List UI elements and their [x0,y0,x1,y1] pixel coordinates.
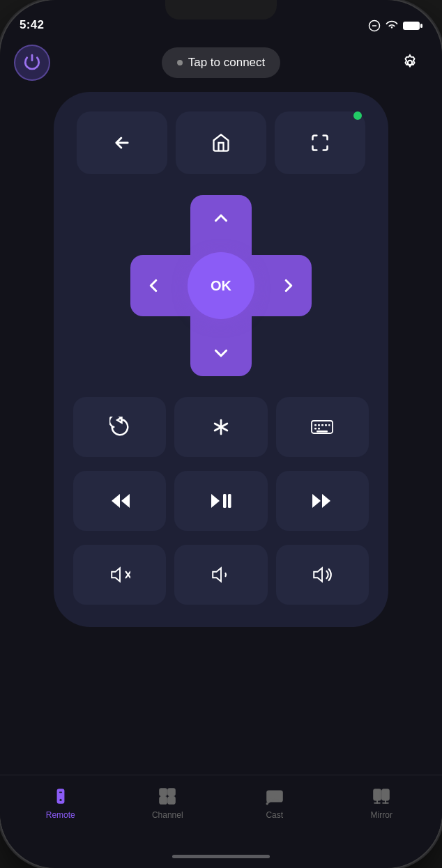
action-grid-2 [73,471,369,531]
replay-icon [109,417,130,437]
chevron-up-icon [211,208,231,228]
back-icon [112,133,132,153]
svg-rect-16 [317,431,328,433]
svg-rect-31 [160,797,167,804]
svg-rect-9 [314,424,317,426]
top-bar: Tap to connect [0,38,442,92]
volume-down-btn[interactable] [174,545,267,605]
connect-status-dot [177,60,183,65]
rewind-icon [109,491,131,511]
svg-marker-19 [211,494,220,508]
fast-forward-button[interactable] [276,471,369,531]
channel-tab-icon [158,786,177,806]
svg-rect-13 [328,424,330,426]
notification-icon [368,20,381,32]
channel-tab-label: Channel [152,810,183,820]
options-button[interactable] [174,397,267,457]
fullscreen-icon [310,133,330,153]
mirror-tab-icon [372,786,391,806]
svg-marker-17 [112,494,120,508]
svg-rect-35 [374,789,381,800]
connect-text: Tap to connect [188,56,266,70]
svg-rect-10 [318,424,320,426]
settings-button[interactable] [392,45,428,81]
svg-rect-12 [325,424,327,426]
chevron-left-icon [143,275,164,296]
tab-mirror[interactable]: Mirror [328,784,436,820]
ok-label: OK [211,278,231,294]
cast-tab-icon [265,786,284,806]
dpad-container: OK [123,188,319,383]
wifi-icon [385,20,399,31]
connect-pill[interactable]: Tap to connect [162,47,281,78]
svg-rect-32 [168,797,175,804]
svg-rect-2 [403,22,420,30]
play-pause-button[interactable] [174,471,267,531]
svg-marker-22 [312,494,321,508]
gear-icon [401,54,419,72]
dpad: OK [130,195,312,376]
back-button[interactable] [77,111,167,174]
chevron-down-icon [211,343,231,364]
volume-up-btn[interactable] [276,545,369,605]
connected-indicator [353,111,362,120]
battery-icon [403,20,422,31]
svg-rect-20 [223,494,227,508]
rewind-button[interactable] [73,471,166,531]
remote-tab-label: Remote [46,810,75,820]
svg-rect-3 [420,24,422,28]
mute-button[interactable] [73,545,166,605]
replay-button[interactable] [73,397,166,457]
svg-marker-18 [121,494,130,508]
mirror-tab-label: Mirror [371,810,393,820]
volume-up-icon [312,565,333,584]
mute-icon [109,565,130,584]
fullscreen-button[interactable] [275,111,365,174]
home-icon [211,133,231,153]
svg-rect-14 [314,428,317,430]
svg-rect-11 [321,424,323,426]
svg-rect-28 [59,792,62,793]
play-pause-icon [210,491,232,511]
cast-tab-label: Cast [266,810,283,820]
tab-bar: Remote Channel [0,775,442,844]
svg-rect-15 [318,428,320,430]
home-bar [172,855,270,858]
home-indicator [0,844,442,868]
volume-down-icon [211,565,231,584]
nav-row [73,111,369,174]
tab-cast[interactable]: Cast [221,784,328,820]
svg-rect-30 [168,789,175,796]
remote-tab-icon [51,786,70,806]
svg-rect-26 [56,789,64,804]
asterisk-icon [211,417,231,437]
keyboard-icon [311,419,333,435]
svg-point-34 [266,803,268,805]
action-grid-3 [73,545,369,605]
power-icon [23,54,41,72]
tab-remote[interactable]: Remote [7,784,114,820]
keyboard-button[interactable] [276,397,369,457]
svg-rect-21 [228,494,231,508]
status-icons [368,20,422,32]
screen: 5:42 [0,0,442,868]
tab-channel[interactable]: Channel [114,784,222,820]
home-button[interactable] [176,111,266,174]
chevron-right-icon [278,275,299,296]
ok-button[interactable]: OK [188,252,254,319]
remote-panel: OK [54,92,388,627]
power-button[interactable] [14,45,50,81]
phone-frame: 5:42 [0,0,442,868]
svg-rect-36 [382,789,389,800]
remote-body: OK [0,92,442,775]
fast-forward-icon [311,491,333,511]
status-bar: 5:42 [0,0,442,38]
svg-marker-23 [322,494,330,508]
status-time: 5:42 [20,18,44,32]
action-grid-1 [73,397,369,457]
svg-rect-29 [160,789,167,796]
svg-point-27 [59,799,61,801]
